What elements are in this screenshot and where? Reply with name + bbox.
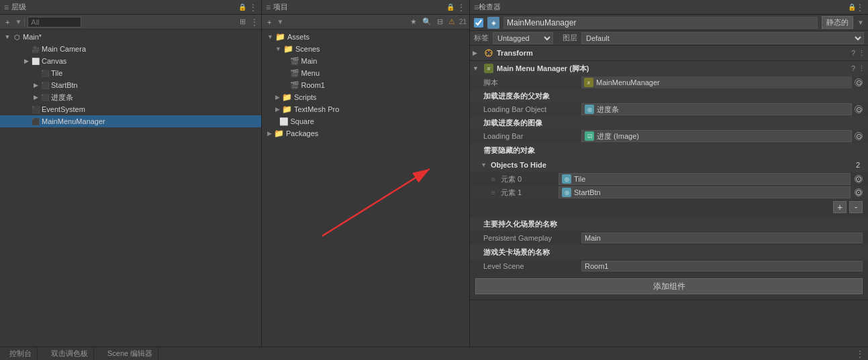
transform-icon [483, 48, 494, 58]
gameobject-enabled-checkbox[interactable] [474, 18, 483, 27]
hierarchy-lock-icon[interactable]: 🔒 [238, 3, 246, 11]
objects-to-hide-count: 2 [856, 161, 860, 169]
project-item-scene-main[interactable]: 🎬 Main [262, 55, 469, 67]
static-dropdown-arrow[interactable]: ▼ [857, 19, 864, 26]
hierarchy-layout-icon[interactable]: ⊞ [237, 17, 248, 27]
gameobject-name-input[interactable] [503, 17, 818, 29]
objects-hide-arrow[interactable]: ▼ [481, 162, 487, 168]
level-scene-input[interactable] [581, 261, 863, 272]
hierarchy-more-icon[interactable]: ⋮ [249, 3, 257, 12]
hierarchy-add-button[interactable]: + [3, 17, 12, 27]
static-button[interactable]: 静态的 [822, 16, 853, 29]
project-item-packages[interactable]: ▶ 📁 Packages [262, 127, 469, 139]
textmesh-label: TextMesh Pro [294, 105, 339, 113]
project-favorites-icon[interactable]: ★ [408, 17, 419, 27]
project-header: ≡ 项目 🔒 ⋮ [262, 0, 469, 15]
add-item-button[interactable]: + [833, 201, 847, 213]
script-value-box[interactable]: # MainMenuManager [581, 76, 852, 88]
inspector-lock-icon[interactable]: 🔒 [848, 3, 856, 11]
script-target-circle[interactable]: ⊙ [855, 78, 863, 86]
project-search-icon[interactable]: 🔍 [422, 17, 432, 27]
hierarchy-search-input[interactable] [28, 17, 81, 27]
hierarchy-item-main[interactable]: ▼ ⬡ Main* [0, 31, 261, 43]
loading-bar-img-ref-box[interactable]: ☑ 进度 (Image) [581, 130, 852, 142]
canvas-arrow: ▶ [21, 58, 31, 64]
objects-hide-item-0: ≡ 元素 0 ◎ Tile ⊙ [470, 172, 868, 186]
mmc-settings-icon[interactable]: ⋮ [858, 64, 865, 73]
item0-target-circle[interactable]: ⊙ [855, 175, 863, 183]
main-label: Main* [23, 33, 42, 41]
hierarchy-item-startbtn[interactable]: ▶ ⬛ StartBtn [0, 79, 261, 91]
layer-label: 图层 [563, 33, 577, 43]
item0-drag-handle[interactable]: ≡ [491, 176, 497, 183]
add-component-button[interactable]: 添加组件 [475, 278, 863, 294]
loading-bar-img-target-circle[interactable]: ⊙ [855, 132, 863, 140]
loading-bar-img-icon: ☑ [585, 131, 594, 141]
eventsystem-label: EventSystem [42, 105, 85, 113]
project-item-scripts[interactable]: ▶ 📁 Scripts [262, 91, 469, 103]
persistent-gameplay-value [581, 233, 863, 243]
item1-ref-box[interactable]: ◎ StartBtn [559, 186, 851, 198]
remove-item-button[interactable]: - [849, 201, 863, 213]
item0-label: 元素 0 [501, 174, 554, 184]
main-menu-manager-header[interactable]: ▼ # Main Menu Manager (脚本) ? ⋮ [470, 61, 868, 76]
project-lock-icon[interactable]: 🔒 [446, 3, 454, 11]
layer-select[interactable]: Default [581, 32, 864, 44]
square-icon: ⬜ [279, 117, 289, 126]
hierarchy-item-jindubar[interactable]: ▶ ⬛ 进度条 [0, 91, 261, 103]
tag-layer-row: 标签 Untagged 图层 Default [470, 31, 868, 46]
loading-bar-obj-target-circle[interactable]: ⊙ [855, 105, 863, 113]
scenes-folder-icon: 📁 [283, 44, 293, 54]
project-item-assets[interactable]: ▼ 📁 Assets [262, 31, 469, 43]
jindubar-label: 进度条 [51, 93, 73, 103]
project-toolbar: + ▼ ★ 🔍 ⊟ ⚠ 21 [262, 15, 469, 29]
project-item-square[interactable]: ⬜ Square [262, 115, 469, 127]
item1-target-circle[interactable]: ⊙ [855, 188, 863, 196]
scene-room1-icon: 🎬 [290, 81, 299, 90]
scene-editor-tab-label: Scene 编辑器 [107, 349, 152, 359]
mainmenumanager-icon: ⬛ [31, 117, 40, 126]
camera-icon: 🎥 [31, 44, 40, 54]
hierarchy-item-canvas[interactable]: ▶ ⬜ Canvas [0, 55, 261, 67]
mmc-title: Main Menu Manager (脚本) [497, 64, 849, 74]
hierarchy-item-tile[interactable]: ⬛ Tile [0, 67, 261, 79]
mmc-help-icon[interactable]: ? [851, 64, 855, 73]
persistent-gameplay-input[interactable] [581, 233, 863, 243]
bottom-tab-scene-editor[interactable]: Scene 编辑器 [102, 347, 158, 360]
packages-folder-icon: 📁 [274, 129, 284, 138]
project-title: 项目 [273, 2, 288, 12]
loading-bar-obj-en-label: Loading Bar Object [483, 105, 577, 113]
script-field-row: 脚本 # MainMenuManager ⊙ [470, 76, 868, 89]
persistent-gameplay-cn-label: 主要持久化场景的名称 [483, 219, 557, 229]
hierarchy-toolbar-more[interactable]: ⋮ [250, 17, 258, 27]
gameobject-name-row: ◈ 静态的 ▼ [470, 15, 868, 31]
item0-ref-box[interactable]: ◎ Tile [559, 173, 851, 185]
bottom-tab-console[interactable]: 控制台 [4, 347, 38, 360]
loading-bar-obj-ref-text: 进度条 [597, 105, 619, 115]
transform-header[interactable]: ▶ Transform ? ⋮ [470, 46, 868, 60]
project-item-textmeshpro[interactable]: ▶ 📁 TextMesh Pro [262, 103, 469, 115]
mmc-icon: # [483, 63, 494, 74]
scripts-label: Scripts [294, 93, 317, 101]
project-item-scene-room1[interactable]: 🎬 Room1 [262, 79, 469, 91]
transform-settings-icon[interactable]: ⋮ [858, 49, 865, 58]
project-layout-icon[interactable]: ⊟ [435, 17, 446, 27]
project-add-button[interactable]: + [264, 17, 274, 27]
transform-help-icon[interactable]: ? [851, 49, 855, 58]
hierarchy-title: 层级 [11, 2, 26, 12]
project-item-scene-menu[interactable]: 🎬 Menu [262, 67, 469, 79]
inspector-more-icon[interactable]: ⋮ [856, 3, 864, 12]
hierarchy-item-eventsystem[interactable]: ⬛ EventSystem [0, 103, 261, 115]
script-label: 脚本 [483, 78, 577, 88]
hierarchy-item-main-camera[interactable]: 🎥 Main Camera [0, 43, 261, 55]
bottom-more-icon[interactable]: ⋮ [856, 349, 864, 359]
bottom-tab-palette[interactable]: 双击调色板 [46, 347, 94, 360]
tag-select[interactable]: Untagged [493, 32, 553, 44]
item1-drag-handle[interactable]: ≡ [491, 189, 497, 196]
loading-bar-obj-ref-box[interactable]: ◎ 进度条 [581, 103, 852, 115]
project-more-icon[interactable]: ⋮ [457, 3, 465, 12]
project-item-scenes[interactable]: ▼ 📁 Scenes [262, 43, 469, 55]
mmc-actions: ? ⋮ [851, 64, 865, 73]
inspector-title: 检查器 [479, 2, 501, 12]
hierarchy-item-mainmenumanager[interactable]: ⬛ MainMenuManager [0, 115, 261, 127]
